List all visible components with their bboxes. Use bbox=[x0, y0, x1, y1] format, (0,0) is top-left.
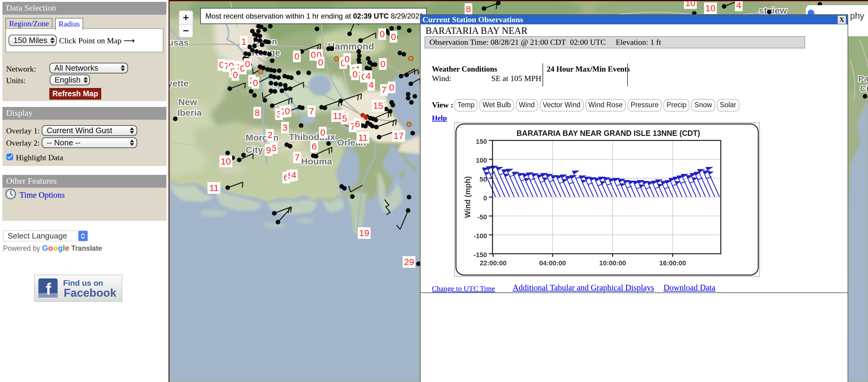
svg-text:0: 0 bbox=[253, 78, 258, 88]
svg-text:0: 0 bbox=[380, 59, 385, 69]
svg-text:5: 5 bbox=[342, 113, 347, 123]
svg-text:50: 50 bbox=[480, 176, 487, 183]
svg-text:4: 4 bbox=[736, 0, 742, 10]
svg-text:15: 15 bbox=[373, 100, 383, 110]
svg-text:11: 11 bbox=[209, 183, 219, 193]
svg-text:0: 0 bbox=[285, 106, 290, 116]
svg-text:4: 4 bbox=[369, 80, 374, 90]
svg-text:11: 11 bbox=[358, 132, 368, 142]
svg-text:2: 2 bbox=[268, 130, 273, 140]
svg-text:-100: -100 bbox=[474, 232, 487, 240]
svg-text:0: 0 bbox=[389, 82, 394, 92]
svg-text:Thibodaux: Thibodaux bbox=[289, 132, 335, 142]
svg-text:-150: -150 bbox=[474, 251, 487, 259]
svg-text:Pa: Pa bbox=[858, 74, 868, 84]
svg-text:0: 0 bbox=[345, 54, 350, 64]
svg-text:9: 9 bbox=[266, 145, 271, 155]
svg-text:8: 8 bbox=[466, 4, 471, 14]
svg-text:0: 0 bbox=[233, 70, 238, 80]
svg-text:0: 0 bbox=[484, 194, 487, 202]
svg-text:3: 3 bbox=[282, 123, 288, 132]
svg-text:22:00:00: 22:00:00 bbox=[480, 259, 506, 267]
svg-text:0: 0 bbox=[320, 127, 326, 137]
svg-text:29: 29 bbox=[404, 257, 414, 267]
svg-text:-50: -50 bbox=[477, 213, 487, 221]
svg-text:yette: yette bbox=[168, 78, 189, 88]
svg-text:7: 7 bbox=[309, 106, 314, 116]
svg-text:6: 6 bbox=[312, 141, 317, 151]
svg-text:7: 7 bbox=[381, 85, 387, 95]
svg-text:6: 6 bbox=[355, 119, 360, 129]
svg-text:1: 1 bbox=[241, 37, 247, 46]
svg-text:17: 17 bbox=[394, 131, 404, 141]
svg-text:New: New bbox=[178, 97, 197, 107]
svg-text:8: 8 bbox=[255, 107, 260, 118]
svg-text:BARATARIA BAY NEAR GRAND ISLE: BARATARIA BAY NEAR GRAND ISLE 13NNE (CDT… bbox=[517, 129, 700, 137]
svg-text:19: 19 bbox=[359, 228, 369, 238]
svg-text:150: 150 bbox=[476, 138, 487, 145]
svg-text:10:00:00: 10:00:00 bbox=[599, 259, 626, 267]
svg-text:Wind (mph): Wind (mph) bbox=[463, 176, 472, 218]
svg-text:usas: usas bbox=[168, 37, 189, 47]
svg-text:0: 0 bbox=[294, 51, 300, 61]
svg-text:Hammond: Hammond bbox=[328, 41, 374, 52]
svg-text:100: 100 bbox=[476, 157, 487, 164]
svg-text:4: 4 bbox=[291, 170, 297, 180]
svg-text:0: 0 bbox=[391, 32, 396, 42]
svg-text:10: 10 bbox=[221, 156, 231, 166]
svg-text:7: 7 bbox=[295, 152, 300, 162]
svg-text:0: 0 bbox=[380, 29, 385, 39]
svg-text:Iberia: Iberia bbox=[177, 107, 202, 118]
svg-text:04:00:00: 04:00:00 bbox=[539, 259, 566, 267]
svg-text:City: City bbox=[246, 145, 263, 155]
svg-text:10: 10 bbox=[705, 3, 715, 13]
svg-text:Ci: Ci bbox=[860, 84, 868, 93]
svg-text:0: 0 bbox=[318, 57, 323, 67]
svg-text:0: 0 bbox=[245, 59, 250, 69]
svg-text:0: 0 bbox=[352, 69, 358, 79]
svg-text:0: 0 bbox=[311, 50, 316, 60]
svg-text:16:00:00: 16:00:00 bbox=[659, 259, 686, 267]
